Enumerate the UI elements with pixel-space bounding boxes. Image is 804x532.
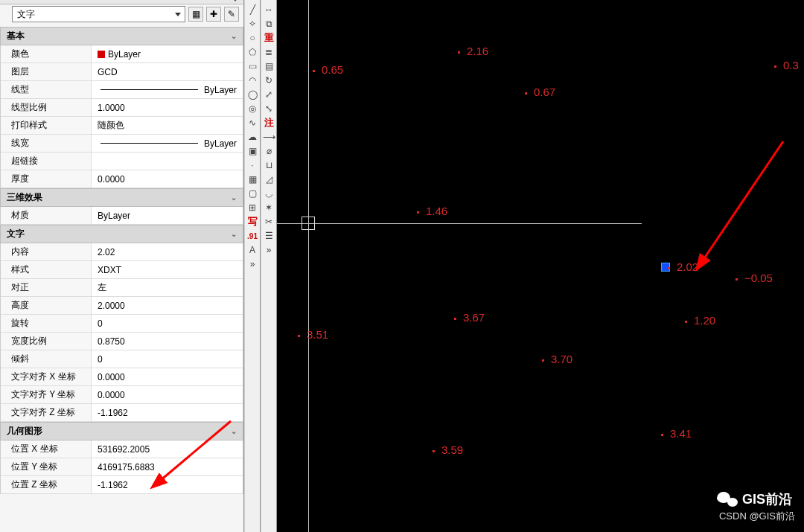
stretch-icon[interactable]: ⤡: [262, 102, 275, 115]
chamfer-icon[interactable]: ◿: [262, 173, 275, 186]
posy-value[interactable]: 4169175.6883: [92, 458, 243, 475]
content-label: 内容: [1, 243, 92, 260]
elevation-text[interactable]: 3.59: [441, 443, 463, 456]
widthfactor-value[interactable]: 0.8750: [92, 333, 243, 350]
ellipse-icon[interactable]: ◯: [246, 88, 259, 101]
elevation-text[interactable]: 2.16: [467, 45, 488, 57]
array-icon[interactable]: ▤: [262, 60, 275, 73]
point-icon[interactable]: ·: [246, 158, 259, 172]
posz-label: 位置 Z 坐标: [1, 476, 92, 493]
lineweight-value[interactable]: ByLayer: [92, 135, 243, 152]
oblique-value[interactable]: 0: [92, 350, 243, 368]
block-icon[interactable]: ▣: [246, 144, 259, 158]
single-text-icon[interactable]: A: [246, 243, 259, 257]
elevation-text[interactable]: −0.05: [744, 272, 773, 284]
region-icon[interactable]: ▢: [246, 187, 259, 200]
properties-icon[interactable]: ☰: [262, 229, 275, 243]
plotstyle-value[interactable]: 随颜色: [92, 117, 243, 134]
elevation-text[interactable]: 1.46: [426, 205, 447, 217]
polygon-icon[interactable]: ⬠: [246, 45, 259, 59]
rotate-icon[interactable]: ↻: [262, 74, 275, 87]
elevation-text[interactable]: 1.20: [694, 314, 715, 327]
section-basic-header[interactable]: 基本 ⌄: [0, 27, 243, 45]
spline-icon[interactable]: ∿: [246, 116, 259, 129]
thickness-value[interactable]: 0.0000: [92, 170, 243, 188]
rotation-label: 旋转: [1, 315, 92, 332]
section-geometry: 位置 X 坐标 531692.2005 位置 Y 坐标 4169175.6883…: [0, 440, 243, 494]
break-icon[interactable]: ⌀: [262, 144, 275, 158]
aligny-value[interactable]: 0.0000: [92, 386, 243, 403]
section-geometry-title: 几何图形: [7, 425, 42, 438]
drawing-canvas[interactable]: 0.652.160.670.31.463.513.673.701.202.02−…: [277, 0, 804, 532]
section-text-header[interactable]: 文字 ⌄: [0, 225, 243, 243]
arc-icon[interactable]: ◠: [246, 74, 259, 87]
trim-icon[interactable]: 注: [262, 116, 275, 129]
rectangle-icon[interactable]: ▭: [246, 60, 259, 73]
wechat-icon: [717, 490, 738, 508]
section-3d: 材质 ByLayer: [0, 207, 243, 225]
color-value[interactable]: ByLayer: [92, 45, 243, 63]
elevation-text[interactable]: 3.67: [463, 311, 485, 324]
elevation-text[interactable]: 3.41: [670, 427, 692, 440]
object-type-text: 文字: [17, 8, 35, 21]
donut-icon[interactable]: ◎: [246, 102, 259, 115]
alignx-value[interactable]: 0.0000: [92, 368, 243, 385]
style-label: 样式: [1, 261, 92, 278]
elevation-text[interactable]: 0.67: [534, 86, 555, 98]
linetype-label: 线型: [1, 81, 92, 98]
posx-value[interactable]: 531692.2005: [92, 440, 243, 458]
style-value[interactable]: XDXT: [92, 261, 243, 278]
circle-icon[interactable]: ○: [246, 31, 259, 45]
lw-sample-icon: [100, 143, 198, 144]
layer-value[interactable]: GCD: [92, 63, 243, 80]
polyline-icon[interactable]: ✧: [246, 17, 259, 31]
elevation-text[interactable]: 0.65: [322, 63, 343, 76]
rotation-value[interactable]: 0: [92, 315, 243, 332]
posz-value[interactable]: -1.1962: [92, 476, 243, 493]
object-type-dropdown[interactable]: 文字: [12, 6, 185, 22]
mirror-icon[interactable]: 重: [262, 31, 275, 45]
quick-select-icon[interactable]: ▦: [188, 7, 203, 22]
extend-icon[interactable]: ⟶: [262, 130, 275, 144]
content-value[interactable]: 2.02: [92, 243, 243, 260]
material-value[interactable]: ByLayer: [92, 207, 243, 224]
svg-line-0: [703, 141, 783, 260]
linetype-scale-value[interactable]: 1.0000: [92, 99, 243, 116]
chevron-down-icon: ⌄: [231, 193, 237, 202]
elevation-text[interactable]: 0.3: [783, 59, 799, 71]
section-3d-header[interactable]: 三维效果 ⌄: [0, 188, 243, 207]
explode-icon[interactable]: ✶: [262, 201, 275, 214]
hyperlink-value[interactable]: [92, 153, 243, 170]
offset-icon[interactable]: ≣: [262, 45, 275, 59]
linetype-value[interactable]: ByLayer: [92, 81, 243, 98]
erase-icon[interactable]: ✂: [262, 215, 275, 228]
elevation-text[interactable]: 3.51: [307, 328, 328, 341]
revcloud-icon[interactable]: ☁: [246, 130, 259, 144]
text-091-icon[interactable]: .91: [246, 229, 259, 243]
alignz-value[interactable]: -1.1962: [92, 404, 243, 421]
elevation-text[interactable]: 2.02: [677, 260, 698, 273]
chevrons-icon[interactable]: »: [262, 243, 275, 257]
justify-value[interactable]: 左: [92, 279, 243, 296]
section-geometry-header[interactable]: 几何图形 ⌄: [0, 422, 243, 440]
hyperlink-label: 超链接: [1, 153, 92, 170]
pick-add-icon[interactable]: ✚: [206, 7, 221, 22]
aligny-label: 文字对齐 Y 坐标: [1, 386, 92, 403]
join-icon[interactable]: ⊔: [262, 158, 275, 172]
height-value[interactable]: 2.0000: [92, 297, 243, 314]
color-swatch-icon: [98, 51, 105, 58]
hatch-icon[interactable]: ▦: [246, 173, 259, 186]
copy-icon[interactable]: ⧉: [262, 17, 275, 31]
brush-icon[interactable]: ✎: [224, 7, 239, 22]
move-icon[interactable]: ↔: [262, 3, 275, 16]
scale-icon[interactable]: ⤢: [262, 88, 275, 101]
table-icon[interactable]: ⊞: [246, 201, 259, 214]
chevrons-icon[interactable]: »: [246, 257, 259, 271]
elevation-text[interactable]: 3.70: [551, 353, 572, 365]
mtext-icon[interactable]: 写: [246, 215, 259, 228]
chevron-down-icon: ⌄: [231, 427, 237, 435]
linetype-scale-label: 线型比例: [1, 99, 92, 116]
line-icon[interactable]: ╱: [246, 3, 259, 16]
section-text: 内容 2.02 样式 XDXT 对正 左 高度 2.0000 旋转 0 宽度比例…: [0, 243, 243, 422]
fillet-icon[interactable]: ◡: [262, 187, 275, 200]
